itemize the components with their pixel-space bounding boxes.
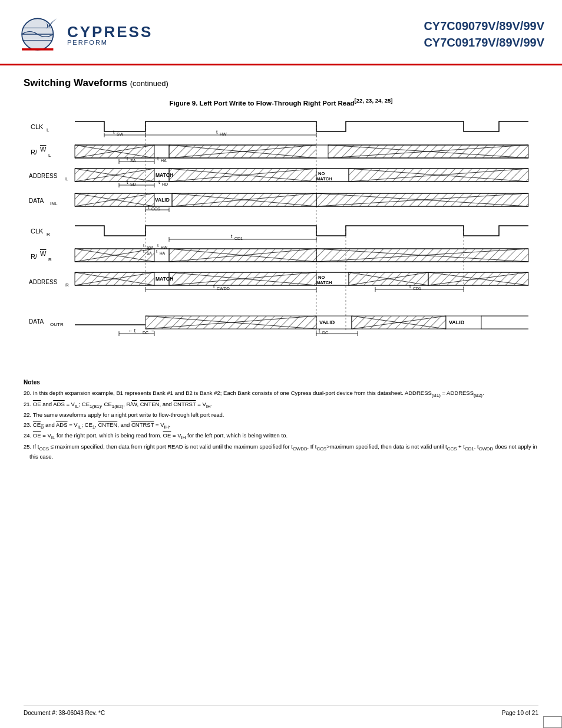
part-line1: CY7C09079V/89V/99V (424, 18, 544, 34)
svg-text:CWDD: CWDD (217, 286, 230, 291)
svg-text:DC: DC (143, 331, 148, 335)
svg-rect-41 (316, 145, 328, 158)
svg-text:t: t (113, 129, 115, 135)
svg-text:← t: ← t (128, 328, 136, 334)
svg-text:MATCH: MATCH (316, 280, 332, 285)
svg-text:DATA: DATA (29, 197, 44, 204)
cypress-logo-icon (18, 11, 65, 58)
svg-text:R: R (48, 257, 52, 262)
svg-text:→: → (150, 328, 155, 334)
waveform-diagram: CLK L R/ W L ADDRESS L DATA INL CLK R R/… (28, 113, 534, 360)
svg-text:R/: R/ (31, 253, 38, 260)
svg-text:CLK: CLK (31, 123, 44, 130)
svg-text:L: L (48, 153, 51, 158)
svg-text:NO: NO (318, 171, 325, 176)
svg-text:HD: HD (162, 182, 168, 186)
perform-text: PERFORM (67, 39, 108, 46)
svg-text:DC: DC (322, 331, 328, 335)
svg-text:ADDRESS: ADDRESS (29, 173, 58, 179)
main-content: Switching Waveforms (continued) Figure 9… (0, 65, 562, 474)
svg-text:CLK: CLK (31, 228, 44, 235)
svg-text:DATA: DATA (29, 318, 44, 325)
svg-text:R/: R/ (31, 149, 38, 156)
svg-text:CCS: CCS (151, 207, 160, 211)
note-item-23: 23. CEB and ADS = VIL; CE1, CNTEN, and C… (24, 421, 538, 431)
page-header: CYPRESS PERFORM CY7C09079V/89V/99V CY7C0… (0, 0, 562, 65)
corner-rect (543, 716, 562, 728)
note-item-21: 21. OE and ADS = VIL; CE1(B1), CE1(B2), … (24, 400, 538, 410)
svg-text:t: t (157, 243, 159, 248)
note-item-24: 24. OE = VIL for the right port, which i… (24, 431, 538, 442)
svg-text:t: t (143, 243, 145, 248)
svg-text:t: t (216, 129, 218, 135)
figure-caption: Figure 9. Left Port Write to Flow-Throug… (24, 97, 538, 107)
note-item-22: 22. The same waveforms apply for a right… (24, 411, 538, 419)
logo-area: CYPRESS PERFORM (18, 11, 153, 58)
doc-number: Document #: 38-06043 Rev. *C (24, 710, 105, 716)
notes-title: Notes (24, 378, 538, 387)
part-numbers: CY7C09079V/89V/99V CY7C09179V/89V/99V (424, 18, 544, 51)
svg-text:SD: SD (130, 182, 136, 186)
part-line2: CY7C09179V/89V/99V (424, 34, 544, 51)
page-number: Page 10 of 21 (502, 710, 538, 716)
section-title: Switching Waveforms (continued) (24, 77, 538, 89)
svg-text:CD1: CD1 (234, 236, 243, 241)
svg-text:SW: SW (147, 245, 153, 249)
svg-text:L: L (65, 176, 68, 182)
svg-text:R: R (47, 232, 50, 237)
svg-text:SW: SW (117, 132, 124, 136)
svg-text:L: L (47, 127, 49, 133)
page-footer: Document #: 38-06043 Rev. *C Page 10 of … (24, 706, 538, 716)
svg-text:HA: HA (161, 159, 167, 163)
notes-section: Notes 20. In this depth expansion exampl… (24, 378, 538, 461)
logo-text-block: CYPRESS PERFORM (65, 23, 153, 46)
svg-text:t: t (231, 233, 233, 239)
svg-text:W: W (40, 146, 47, 153)
svg-text:VALID: VALID (155, 197, 170, 203)
waveform-svg: CLK L R/ W L ADDRESS L DATA INL CLK R R/… (28, 113, 534, 360)
svg-text:ADDRESS: ADDRESS (29, 279, 58, 285)
svg-rect-37 (154, 145, 169, 158)
svg-text:CD1: CD1 (413, 286, 421, 291)
svg-rect-5 (22, 48, 53, 51)
svg-text:HW: HW (161, 245, 168, 249)
svg-text:W: W (40, 250, 47, 257)
svg-text:OUTR: OUTR (50, 322, 64, 327)
svg-text:INL: INL (50, 201, 58, 206)
svg-text:SA: SA (147, 251, 152, 255)
svg-text:HA: HA (160, 251, 166, 255)
svg-text:VALID: VALID (319, 319, 335, 325)
svg-text:MATCH: MATCH (316, 176, 332, 182)
svg-text:R: R (65, 282, 69, 288)
note-item-25: 25. If tCCS ≤ maximum specified, then da… (24, 443, 538, 461)
svg-text:VALID: VALID (449, 319, 465, 325)
svg-text:HW: HW (220, 132, 227, 136)
svg-text:NO: NO (318, 275, 325, 280)
note-item-20: 20. In this depth expansion example, B1 … (24, 389, 538, 399)
svg-text:SA: SA (130, 159, 136, 163)
